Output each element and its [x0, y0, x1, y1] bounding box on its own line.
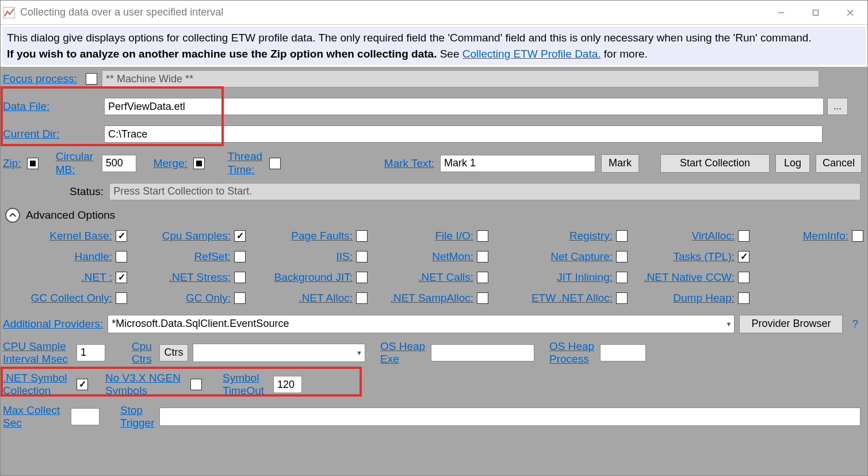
net-calls-checkbox[interactable]: [477, 272, 488, 283]
virtalloc-checkbox[interactable]: [738, 230, 750, 242]
os-heap-process-input[interactable]: [600, 344, 646, 361]
browse-button[interactable]: ...: [827, 98, 848, 115]
file-io-label[interactable]: File I/O:: [435, 230, 473, 242]
merge-checkbox[interactable]: [193, 158, 205, 169]
virtalloc-label[interactable]: VirtAlloc:: [691, 230, 735, 242]
thread-time-checkbox[interactable]: [269, 158, 281, 169]
gc-only-label[interactable]: GC Only:: [186, 292, 231, 304]
background-jit-label[interactable]: Background JIT:: [274, 271, 353, 284]
focus-process-label[interactable]: Focus process:: [3, 73, 81, 85]
tasks-tpl-checkbox[interactable]: [738, 251, 750, 262]
net-stress-checkbox[interactable]: [234, 272, 246, 283]
close-button[interactable]: [833, 1, 867, 25]
etw-net-alloc-label[interactable]: ETW .NET Alloc:: [531, 292, 613, 304]
handle-label[interactable]: Handle:: [75, 250, 113, 263]
cpu-sample-interval-input[interactable]: [77, 344, 105, 361]
meminfo-label[interactable]: MemInfo:: [803, 230, 848, 242]
maximize-button[interactable]: [798, 1, 833, 25]
zip-label[interactable]: Zip:: [3, 157, 21, 170]
provider-browser-button[interactable]: Provider Browser: [739, 315, 843, 333]
file-io-checkbox[interactable]: [477, 230, 488, 242]
focus-process-checkbox[interactable]: [86, 73, 97, 85]
advanced-expander[interactable]: Advanced Options: [5, 208, 865, 223]
symbol-timeout-label[interactable]: Symbol TimeOut: [223, 372, 269, 397]
net-capture-checkbox[interactable]: [616, 251, 628, 262]
gc-only-checkbox[interactable]: [234, 292, 246, 304]
current-dir-input[interactable]: [104, 125, 823, 143]
mark-text-input[interactable]: [440, 155, 595, 172]
os-heap-exe-label[interactable]: OS Heap Exe: [380, 340, 426, 365]
os-heap-exe-input[interactable]: [431, 344, 534, 361]
refset-checkbox[interactable]: [234, 251, 246, 262]
cancel-button[interactable]: Cancel: [816, 154, 862, 173]
symbol-timeout-input[interactable]: [273, 376, 302, 393]
minimize-button[interactable]: [764, 1, 798, 25]
circular-mb-label[interactable]: Circular MB:: [56, 150, 96, 177]
cpu-sample-interval-label[interactable]: CPU Sample Interval Msec: [3, 340, 72, 365]
refset-label[interactable]: RefSet:: [194, 250, 231, 263]
net-sampalloc-label[interactable]: .NET SampAlloc:: [391, 292, 473, 304]
data-file-input[interactable]: [104, 98, 824, 115]
current-dir-label[interactable]: Current Dir:: [3, 128, 95, 140]
net-alloc-checkbox[interactable]: [356, 292, 368, 304]
page-faults-label[interactable]: Page Faults:: [291, 230, 353, 242]
jit-inlining-checkbox[interactable]: [616, 272, 628, 283]
dump-heap-label[interactable]: Dump Heap:: [673, 292, 735, 304]
max-collect-sec-input[interactable]: [71, 408, 100, 425]
circular-mb-input[interactable]: [102, 155, 136, 172]
zip-checkbox[interactable]: [27, 158, 39, 169]
additional-providers-combo[interactable]: *Microsoft.Data.SqlClient.EventSource ▼: [108, 315, 735, 333]
no-v3x-label[interactable]: No V3.X NGEN Symbols: [105, 372, 186, 397]
registry-checkbox[interactable]: [616, 230, 628, 242]
no-v3x-checkbox[interactable]: [190, 379, 202, 390]
iis-label[interactable]: IIS:: [336, 250, 353, 263]
net-alloc-label[interactable]: .NET Alloc:: [299, 292, 353, 304]
gc-collect-only-checkbox[interactable]: [116, 292, 127, 304]
net-capture-label[interactable]: Net Capture:: [550, 250, 613, 263]
log-button[interactable]: Log: [775, 154, 810, 173]
gc-collect-only-label[interactable]: GC Collect Only:: [31, 292, 112, 304]
background-jit-checkbox[interactable]: [356, 272, 368, 283]
cpu-samples-label[interactable]: Cpu Samples:: [162, 230, 231, 242]
net-native-ccw-checkbox[interactable]: [738, 272, 750, 283]
mark-text-label[interactable]: Mark Text:: [384, 157, 434, 170]
net-stress-label[interactable]: .NET Stress:: [169, 271, 231, 284]
netmon-checkbox[interactable]: [477, 251, 488, 262]
max-collect-sec-label[interactable]: Max Collect Sec: [3, 404, 66, 429]
thread-time-label[interactable]: Thread Time:: [228, 150, 263, 177]
iis-checkbox[interactable]: [356, 251, 368, 262]
cpu-ctrs-label[interactable]: Cpu Ctrs: [132, 340, 155, 365]
etw-net-alloc-checkbox[interactable]: [616, 292, 628, 304]
stop-trigger-combo[interactable]: [159, 408, 861, 426]
data-file-label[interactable]: Data File:: [3, 100, 95, 113]
os-heap-process-label[interactable]: OS Heap Process: [549, 340, 595, 365]
jit-inlining-label[interactable]: JIT Inlining:: [557, 271, 613, 284]
window-controls: [764, 1, 867, 25]
merge-label[interactable]: Merge:: [154, 157, 188, 170]
ctrs-button[interactable]: Ctrs: [159, 344, 188, 361]
kernel-base-label[interactable]: Kernel Base:: [49, 230, 112, 242]
page-faults-checkbox[interactable]: [356, 230, 368, 242]
cpu-samples-checkbox[interactable]: [234, 230, 246, 242]
mark-button[interactable]: Mark: [601, 154, 639, 173]
meminfo-checkbox[interactable]: [852, 230, 863, 242]
start-collection-button[interactable]: Start Collection: [660, 154, 770, 173]
kernel-base-checkbox[interactable]: [116, 230, 127, 242]
stop-trigger-label[interactable]: Stop Trigger: [120, 404, 155, 429]
registry-label[interactable]: Registry:: [569, 230, 613, 242]
dump-heap-checkbox[interactable]: [738, 292, 750, 304]
net-label[interactable]: .NET :: [82, 271, 113, 284]
net-checkbox[interactable]: [116, 272, 127, 283]
help-question-icon[interactable]: ?: [852, 318, 858, 330]
tasks-tpl-label[interactable]: Tasks (TPL):: [673, 250, 735, 263]
net-symbol-label[interactable]: .NET Symbol Collection: [3, 372, 72, 397]
handle-checkbox[interactable]: [116, 251, 127, 262]
net-calls-label[interactable]: .NET Calls:: [418, 271, 473, 284]
cpu-ctrs-combo[interactable]: ▼: [193, 344, 365, 362]
net-symbol-checkbox[interactable]: [77, 379, 88, 390]
netmon-label[interactable]: NetMon:: [432, 250, 473, 263]
net-sampalloc-checkbox[interactable]: [477, 292, 488, 304]
additional-providers-label[interactable]: Additional Providers:: [3, 318, 103, 330]
net-native-ccw-label[interactable]: .NET Native CCW:: [644, 271, 735, 284]
help-link[interactable]: Collecting ETW Profile Data.: [462, 48, 601, 60]
